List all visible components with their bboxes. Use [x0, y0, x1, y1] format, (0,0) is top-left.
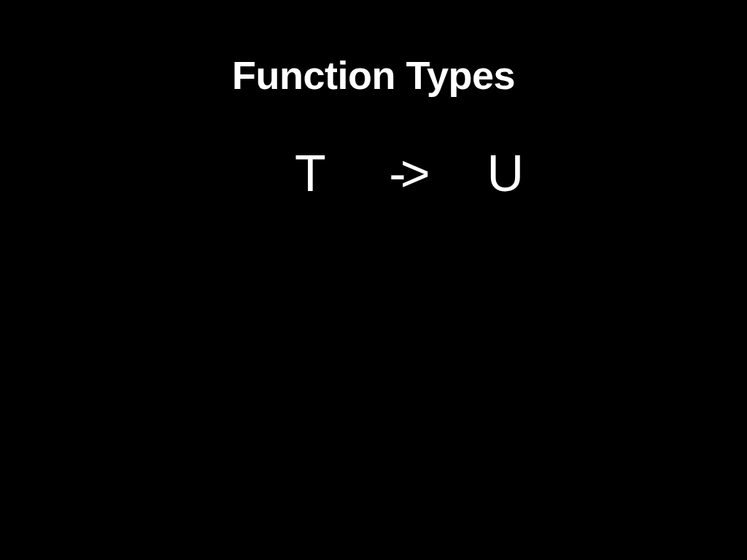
spacer: [342, 145, 374, 202]
arrow-operator: ->: [389, 145, 424, 202]
function-type-expression: T -> U: [0, 144, 747, 203]
slide-container: Function Types T -> U: [0, 0, 747, 560]
type-parameter-right: U: [487, 145, 525, 202]
slide-title: Function Types: [0, 52, 747, 98]
type-parameter-left: T: [295, 145, 327, 202]
spacer: [440, 145, 471, 202]
